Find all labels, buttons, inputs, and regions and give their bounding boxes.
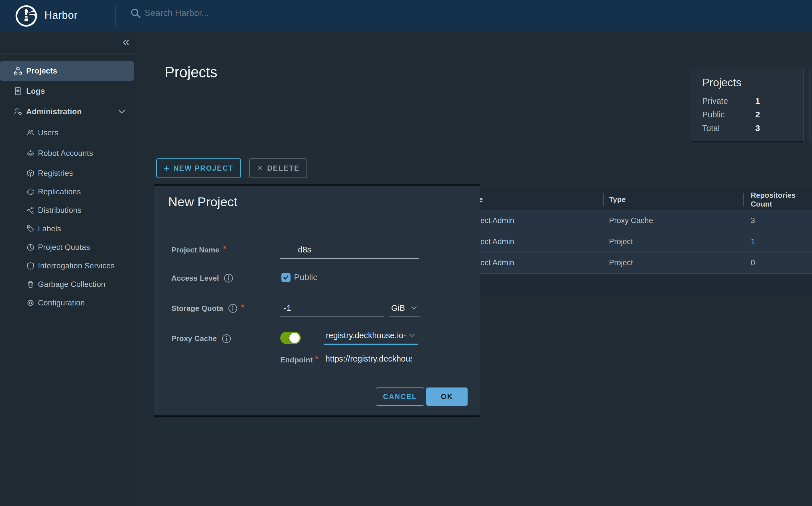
sidebar-item-project-quotas[interactable]: Project Quotas (0, 238, 136, 256)
delete-button[interactable]: ✕ DELETE (249, 158, 307, 178)
storage-unit-select[interactable]: GiB (389, 300, 420, 317)
header-divider (116, 6, 116, 26)
sidebar-item-label: Replications (38, 187, 81, 196)
cancel-button[interactable]: CANCEL (376, 388, 424, 406)
chevron-down-icon (409, 333, 416, 337)
sidebar-item-administration[interactable]: Administration (0, 102, 136, 122)
sidebar-item-distributions[interactable]: Distributions (0, 201, 136, 220)
storage-quota-input[interactable] (280, 300, 384, 317)
sidebar-item-users[interactable]: Users (0, 123, 136, 142)
org-chart-icon (13, 66, 22, 76)
cell-repositories-count: 0 (743, 252, 812, 273)
brand-title: Harbor (45, 9, 78, 21)
harbor-logo-icon[interactable] (15, 5, 38, 27)
cell-role: Project Admin (461, 231, 603, 252)
tag-icon (26, 225, 35, 233)
proxy-cache-toggle[interactable] (280, 332, 301, 344)
plus-icon: + (164, 164, 169, 173)
endpoint-value: https://registry.deckhous (325, 354, 412, 365)
sidebar-item-label: Users (38, 129, 59, 137)
search-icon (130, 7, 141, 19)
checkmark-icon (283, 274, 289, 281)
proxy-registry-select[interactable]: registry.deckhouse.io- (323, 327, 418, 345)
sidebar-item-label: Garbage Collection (38, 280, 105, 289)
public-checkbox-label: Public (294, 272, 317, 282)
sidebar-item-labels[interactable]: Labels (0, 220, 136, 238)
info-icon[interactable] (228, 304, 237, 313)
cell-role: Project Admin (461, 252, 603, 273)
proxy-cache-label-row: Proxy Cache (171, 334, 231, 343)
column-header-repositories-count: Repositories Count (743, 189, 812, 210)
sidebar-item-projects[interactable]: Projects (0, 61, 134, 81)
trash-icon (26, 280, 35, 288)
sidebar-item-label: Distributions (38, 206, 81, 215)
table-row[interactable]: Project Admin Proxy Cache 3 (461, 210, 812, 231)
delete-label: DELETE (267, 164, 300, 172)
page-title: Projects (165, 64, 217, 81)
harbor-app: Harbor « Projects Logs (0, 0, 812, 506)
cell-repositories-count: 1 (743, 231, 812, 252)
storage-unit-value: GiB (391, 304, 405, 313)
column-header-type: Type (603, 189, 743, 210)
ok-button[interactable]: OK (426, 388, 467, 406)
proxy-cache-label: Proxy Cache (171, 334, 217, 343)
summary-row-private: Private 1 (702, 94, 794, 108)
sidebar-item-garbage-collection[interactable]: Garbage Collection (0, 275, 136, 293)
project-name-label-row: Project Name * (171, 245, 226, 254)
info-icon[interactable] (224, 273, 233, 283)
cell-role: Project Admin (461, 210, 603, 231)
shield-icon (26, 262, 35, 270)
endpoint-label-row: Endpoint * (280, 355, 318, 364)
table-footer (461, 273, 812, 295)
summary-label: Total (702, 123, 755, 133)
cube-icon (26, 169, 35, 177)
project-name-label: Project Name (171, 246, 220, 254)
new-project-button[interactable]: + NEW PROJECT (156, 158, 241, 178)
sidebar: « Projects Logs Administration (0, 31, 136, 506)
toggle-knob (289, 333, 300, 343)
sidebar-collapse-button[interactable]: « (123, 32, 130, 51)
sidebar-item-registries[interactable]: Registries (0, 164, 136, 182)
robot-icon (26, 149, 35, 158)
storage-quota-label: Storage Quota (171, 304, 223, 313)
sidebar-item-label: Registries (38, 169, 73, 178)
summary-label: Public (702, 110, 755, 119)
sidebar-item-configuration[interactable]: Configuration (0, 294, 136, 312)
search-input[interactable] (144, 8, 321, 18)
sidebar-item-label: Administration (26, 107, 82, 116)
summary-row-public: Public 2 (702, 108, 794, 121)
cell-type: Project (603, 231, 743, 252)
cancel-label: CANCEL (383, 393, 417, 401)
app-header: Harbor (0, 0, 812, 31)
endpoint-label: Endpoint (280, 355, 313, 364)
sidebar-item-interrogation-services[interactable]: Interrogation Services (0, 257, 136, 275)
table-header-row: Role Type Repositories Count (461, 189, 812, 210)
sidebar-item-replications[interactable]: Replications (0, 183, 136, 201)
sidebar-item-label: Labels (38, 225, 61, 233)
sidebar-item-logs[interactable]: Logs (0, 81, 136, 101)
table-row[interactable]: Project Admin Project 1 (461, 231, 812, 252)
new-project-label: NEW PROJECT (173, 164, 233, 172)
info-icon[interactable] (222, 334, 231, 343)
sidebar-item-robot-accounts[interactable]: Robot Accounts (0, 144, 136, 162)
required-marker: * (315, 354, 318, 363)
x-icon: ✕ (256, 164, 263, 172)
sidebar-item-label: Project Quotas (38, 243, 90, 252)
share-icon (26, 206, 35, 215)
public-checkbox[interactable] (281, 273, 291, 282)
admin-user-gear-icon (13, 107, 22, 116)
cell-type: Project (603, 252, 743, 273)
sidebar-item-label: Interrogation Services (38, 262, 115, 270)
sidebar-top-bar: « (0, 31, 136, 54)
project-name-input[interactable] (280, 241, 419, 259)
new-project-modal: New Project Project Name * Access Level … (154, 186, 480, 415)
column-header-role: Role (461, 189, 603, 210)
table-row[interactable]: Project Admin Project 0 (461, 252, 812, 273)
modal-title: New Project (168, 194, 237, 209)
summary-value: 1 (755, 96, 760, 106)
chevron-down-icon (411, 306, 418, 310)
cell-repositories-count: 3 (743, 210, 812, 231)
projects-summary-card: Projects Private 1 Public 2 Total 3 (691, 69, 804, 141)
sidebar-item-label: Configuration (38, 299, 85, 308)
chevron-down-icon (118, 109, 126, 114)
